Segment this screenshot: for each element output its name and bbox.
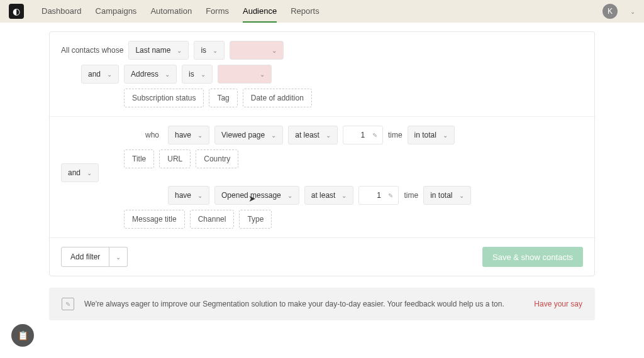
count-input-2[interactable]: 1✎ xyxy=(358,186,399,205)
avatar[interactable]: K xyxy=(602,4,618,19)
chevron-down-icon: ⌄ xyxy=(326,132,331,139)
chip-channel[interactable]: Channel xyxy=(190,210,235,229)
lead-label: All contacts whose xyxy=(61,46,123,55)
time-label-1: time xyxy=(388,131,402,139)
have-select-1[interactable]: have⌄ xyxy=(168,126,209,144)
scope-intotal-select-2[interactable]: in total⌄ xyxy=(423,186,470,205)
logic-and-select[interactable]: and⌄ xyxy=(81,65,119,84)
chevron-down-icon: ⌄ xyxy=(443,132,448,139)
op-is-select[interactable]: is⌄ xyxy=(194,41,225,60)
chevron-down-icon: ⌄ xyxy=(197,132,203,139)
chip-url[interactable]: URL xyxy=(159,149,191,168)
chip-tag[interactable]: Tag xyxy=(209,89,237,107)
time-label-2: time xyxy=(404,191,418,200)
nav-dashboard[interactable]: Dashboard xyxy=(42,0,82,23)
cond-atleast-select-1[interactable]: at least⌄ xyxy=(288,126,338,144)
chevron-down-icon: ⌄ xyxy=(107,71,112,78)
chip-title[interactable]: Title xyxy=(124,149,154,168)
nav-campaigns[interactable]: Campaigns xyxy=(96,0,137,23)
account-menu-chevron-icon[interactable]: ⌄ xyxy=(630,8,635,15)
chevron-down-icon: ⌄ xyxy=(271,132,276,139)
who-label: who xyxy=(145,131,163,139)
nav-automation[interactable]: Automation xyxy=(150,0,192,23)
chevron-down-icon: ⌄ xyxy=(87,170,92,176)
help-fab[interactable]: 📋 xyxy=(11,324,34,347)
chip-message-title[interactable]: Message title xyxy=(124,210,185,229)
chip-country[interactable]: Country xyxy=(196,149,238,168)
chevron-down-icon: ⌄ xyxy=(213,47,218,54)
value-address-select[interactable]: ⌄ xyxy=(218,65,272,84)
action-viewed-page-select[interactable]: Viewed page⌄ xyxy=(214,126,283,144)
chevron-down-icon: ⌄ xyxy=(287,192,292,199)
feedback-link[interactable]: Have your say xyxy=(534,300,582,308)
field-lastname-select[interactable]: Last name⌄ xyxy=(128,41,189,60)
feedback-text: We're always eager to improve our Segmen… xyxy=(84,300,504,308)
nav-reports[interactable]: Reports xyxy=(291,0,319,23)
op-is-select-2[interactable]: is⌄ xyxy=(182,65,213,84)
feedback-banner: ✎ We're always eager to improve our Segm… xyxy=(49,288,595,320)
nav-forms[interactable]: Forms xyxy=(206,0,229,23)
chevron-down-icon: ⌄ xyxy=(341,192,347,199)
chevron-down-icon: ⌄ xyxy=(116,254,121,261)
add-filter-dropdown[interactable]: ⌄ xyxy=(109,247,128,267)
chevron-down-icon: ⌄ xyxy=(165,71,170,78)
pencil-icon: ✎ xyxy=(388,192,393,199)
chevron-down-icon: ⌄ xyxy=(197,192,203,199)
logo[interactable]: ◐ xyxy=(9,4,24,19)
count-input-1[interactable]: 1✎ xyxy=(343,126,383,144)
segment-builder: All contacts whose Last name⌄ is⌄ ⌄ and⌄… xyxy=(49,31,595,276)
chevron-down-icon: ⌄ xyxy=(201,71,206,78)
have-select-2[interactable]: have⌄ xyxy=(168,186,209,205)
main-nav: Dashboard Campaigns Automation Forms Aud… xyxy=(42,0,319,23)
chevron-down-icon: ⌄ xyxy=(272,47,277,54)
nav-audience[interactable]: Audience xyxy=(243,0,277,23)
action-opened-message-select[interactable]: Opened message⌄ xyxy=(214,186,299,205)
top-header: ◐ Dashboard Campaigns Automation Forms A… xyxy=(0,0,644,23)
cond-atleast-select-2[interactable]: at least⌄ xyxy=(304,186,354,205)
chevron-down-icon: ⌄ xyxy=(177,47,182,54)
chip-date-of-addition[interactable]: Date of addition xyxy=(243,89,312,107)
chip-type[interactable]: Type xyxy=(239,210,272,229)
add-filter-button[interactable]: Add filter xyxy=(61,247,109,267)
logic-and-select-2[interactable]: and⌄ xyxy=(61,163,99,182)
value-lastname-select[interactable]: ⌄ xyxy=(230,41,284,60)
field-address-select[interactable]: Address⌄ xyxy=(124,65,177,84)
pencil-icon: ✎ xyxy=(372,132,377,139)
chevron-down-icon: ⌄ xyxy=(459,192,464,199)
edit-icon: ✎ xyxy=(62,298,74,310)
scope-intotal-select-1[interactable]: in total⌄ xyxy=(408,126,455,144)
save-show-contacts-button[interactable]: Save & show contacts xyxy=(482,247,583,267)
chip-subscription-status[interactable]: Subscription status xyxy=(124,89,204,107)
chevron-down-icon: ⌄ xyxy=(260,71,265,78)
